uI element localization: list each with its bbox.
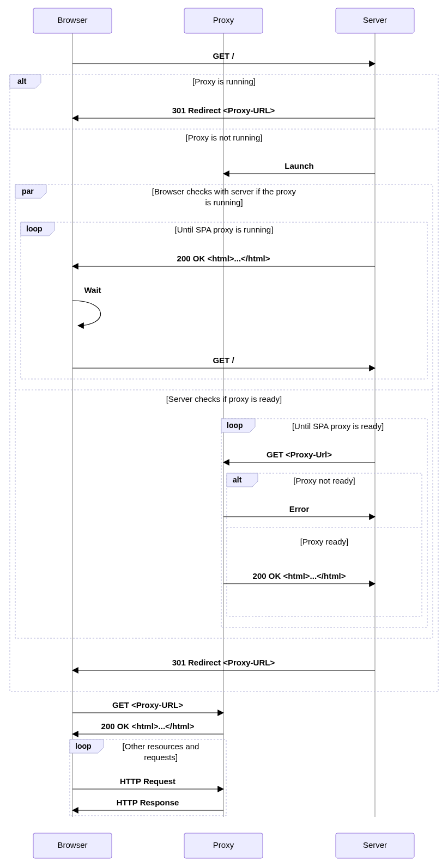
participant-proxy-bottom-label: Proxy (213, 840, 234, 849)
msg-launch: Launch (284, 161, 313, 170)
fragment-par-cond1-line2: is running] (205, 198, 243, 207)
fragment-par-cond2: [Server checks if proxy is ready] (166, 394, 282, 404)
participant-proxy-top-label: Proxy (213, 15, 234, 25)
msg-get-proxy-url-2: GET <Proxy-URL> (112, 700, 183, 710)
msg-error: Error (289, 504, 310, 514)
fragment-par-tag: par (22, 187, 34, 195)
msg-redirect-2: 301 Redirect <Proxy-URL> (172, 658, 275, 667)
msg-200-html-2: 200 OK <html>...</html> (253, 571, 346, 580)
participant-server-bottom-label: Server (363, 840, 387, 849)
fragment-par (15, 185, 433, 638)
fragment-loop-running-cond: [Until SPA proxy is running] (175, 225, 274, 234)
msg-get-root-1: GET / (213, 51, 234, 60)
fragment-alt-outer-tag: alt (17, 77, 27, 85)
fragment-alt-inner-tag: alt (233, 475, 242, 484)
fragment-loop-running-tag: loop (26, 224, 43, 233)
fragment-loop-ready-tag: loop (227, 421, 243, 430)
fragment-par-cond1-line1: [Browser checks with server if the proxy (152, 187, 296, 196)
fragment-alt-inner-cond1: [Proxy not ready] (293, 476, 355, 485)
msg-get-proxy-url: GET <Proxy-Url> (267, 450, 332, 459)
fragment-alt-inner-cond2: [Proxy ready] (300, 537, 348, 546)
msg-get-root-2: GET / (213, 356, 234, 365)
fragment-alt-outer-cond2: [Proxy is not running] (186, 133, 263, 142)
fragment-alt-outer (10, 75, 438, 692)
fragment-loop-resources-tag: loop (75, 742, 92, 750)
msg-200-html-3: 200 OK <html>...</html> (101, 722, 195, 731)
msg-wait: Wait (84, 285, 101, 295)
arrow-wait-self (72, 301, 101, 326)
sequence-diagram: Browser Proxy Server GET / alt [Proxy is… (0, 0, 448, 868)
participant-server-top-label: Server (363, 15, 387, 25)
fragment-loop-resources-cond-line1: [Other resources and (123, 742, 199, 751)
msg-200-html-1: 200 OK <html>...</html> (177, 254, 270, 263)
msg-http-request: HTTP Request (120, 777, 175, 786)
fragment-loop-ready-cond: [Until SPA proxy is ready] (292, 421, 384, 431)
fragment-loop-resources-cond-line2: requests] (144, 753, 178, 762)
participant-browser-top-label: Browser (57, 15, 87, 25)
fragment-alt-outer-cond1: [Proxy is running] (192, 77, 256, 86)
participant-browser-bottom-label: Browser (57, 840, 87, 849)
msg-http-response: HTTP Response (117, 798, 179, 807)
fragment-alt-inner-tag-box (227, 473, 258, 487)
msg-redirect-1: 301 Redirect <Proxy-URL> (172, 106, 275, 115)
